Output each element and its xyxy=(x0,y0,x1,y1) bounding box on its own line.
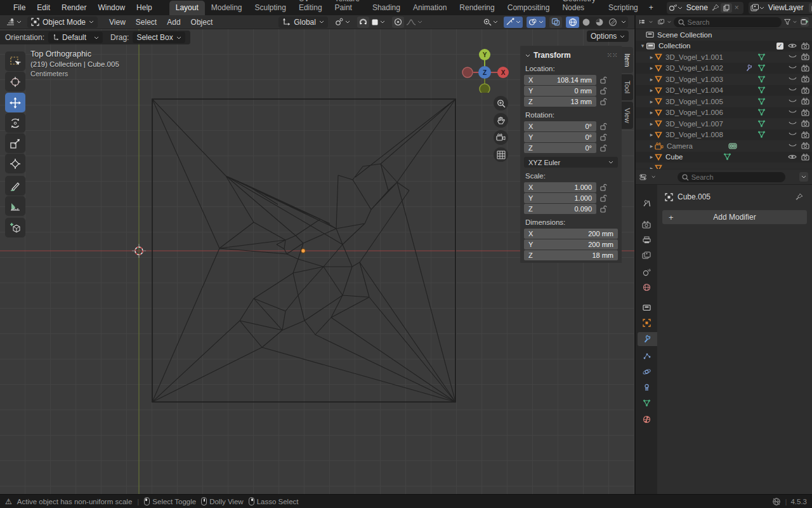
tab-view-layer[interactable] xyxy=(638,248,655,262)
render-visibility-icon[interactable] xyxy=(801,98,809,105)
gizmo-axis-y-negative[interactable] xyxy=(480,84,490,93)
lock-icon[interactable] xyxy=(600,184,607,191)
orientation-dropdown[interactable]: Default xyxy=(48,32,103,43)
show-overlays-toggle[interactable] xyxy=(527,17,546,28)
menu-help[interactable]: Help xyxy=(131,0,158,15)
zoom-button[interactable] xyxy=(494,96,508,110)
tab-material[interactable] xyxy=(638,412,655,426)
outliner-row-object[interactable]: ▸ 3D_Vogel_v1.003 xyxy=(636,74,812,85)
eye-open-icon[interactable] xyxy=(788,154,797,160)
tab-constraints[interactable] xyxy=(638,380,655,394)
outliner-row-object[interactable]: ▸ 3D_Vogel_v1.007 xyxy=(636,118,812,130)
eye-closed-icon[interactable] xyxy=(789,110,797,115)
rotation-z-field[interactable]: Z0° xyxy=(524,143,596,153)
scale-y-field[interactable]: Y1.000 xyxy=(524,193,596,203)
tab-sculpting[interactable]: Sculpting xyxy=(249,1,292,15)
gizmo-axis-x-negative[interactable] xyxy=(462,67,473,77)
properties-search-input[interactable] xyxy=(678,172,785,182)
shading-rendered-button[interactable] xyxy=(606,17,619,28)
viewlayer-selector[interactable]: ViewLayer × xyxy=(749,2,812,14)
dimensions-y-field[interactable]: Y200 mm xyxy=(524,239,618,250)
tab-geometry-nodes[interactable]: Geometry Nodes xyxy=(556,0,602,15)
camera-view-button[interactable] xyxy=(494,130,508,145)
drag-dropdown[interactable]: Select Box xyxy=(133,32,185,43)
eye-closed-icon[interactable] xyxy=(789,65,797,70)
unlink-scene-button[interactable]: × xyxy=(732,3,742,12)
lock-icon[interactable] xyxy=(600,76,607,84)
tab-modeling[interactable]: Modeling xyxy=(205,1,249,15)
transform-orientation-selector[interactable]: Global xyxy=(278,17,328,28)
eye-closed-icon[interactable] xyxy=(789,132,797,137)
tab-object[interactable] xyxy=(638,316,655,330)
tool-annotate[interactable] xyxy=(5,176,25,196)
tab-uv-editing[interactable]: UV Editing xyxy=(292,0,329,15)
snap-settings-button[interactable] xyxy=(369,17,387,28)
eye-closed-icon[interactable] xyxy=(789,88,797,93)
tab-item[interactable]: Item xyxy=(622,47,633,73)
expand-icon[interactable]: ▸ xyxy=(648,76,655,83)
outliner-row-object[interactable]: ▸ 3D_Vogel_v1.001 xyxy=(636,51,812,63)
lock-icon[interactable] xyxy=(600,144,607,152)
tool-select-box[interactable] xyxy=(5,51,25,71)
perspective-toggle-button[interactable] xyxy=(494,147,508,162)
expand-icon[interactable]: ▸ xyxy=(648,109,655,116)
eye-closed-icon[interactable] xyxy=(789,144,797,149)
tab-particles[interactable] xyxy=(638,349,655,363)
mode-selector[interactable]: Object Mode xyxy=(27,17,98,28)
tab-view[interactable]: View xyxy=(622,102,633,130)
tool-move[interactable] xyxy=(5,93,25,112)
outliner-row-collection[interactable]: ▾ Collection ✓ xyxy=(636,41,812,52)
outliner-row-object[interactable]: ▸ 3D_Vogel_v1.006 xyxy=(636,107,812,119)
render-visibility-icon[interactable] xyxy=(801,43,809,50)
location-z-field[interactable]: Z13 mm xyxy=(524,97,596,107)
eye-closed-icon[interactable] xyxy=(789,99,797,104)
menu-file[interactable]: File xyxy=(8,0,31,15)
expand-icon[interactable]: ▸ xyxy=(648,121,655,127)
outliner-row-scene-collection[interactable]: Scene Collection xyxy=(636,29,812,41)
show-gizmo-toggle[interactable] xyxy=(504,17,523,28)
tool-measure[interactable] xyxy=(5,196,25,216)
tab-rendering[interactable]: Rendering xyxy=(453,1,501,15)
render-visibility-icon[interactable] xyxy=(801,120,809,127)
properties-options-button[interactable] xyxy=(799,172,808,182)
object-type-visibility-button[interactable] xyxy=(481,17,500,28)
expand-icon[interactable]: ▸ xyxy=(648,154,655,160)
menu-render[interactable]: Render xyxy=(56,0,92,15)
new-viewlayer-button[interactable] xyxy=(809,3,812,13)
lock-icon[interactable] xyxy=(600,194,607,202)
pan-button[interactable] xyxy=(494,113,508,128)
snap-toggle[interactable] xyxy=(357,17,369,28)
menu-object[interactable]: Object xyxy=(186,18,218,27)
tool-add-cube[interactable] xyxy=(5,218,25,237)
menu-add[interactable]: Add xyxy=(162,18,185,27)
menu-window[interactable]: Window xyxy=(92,0,131,15)
outliner-search[interactable] xyxy=(674,17,782,27)
tab-output[interactable] xyxy=(638,233,655,247)
panel-grip-icon[interactable]: ⁙⁙ xyxy=(607,52,618,58)
scale-z-field[interactable]: Z0.090 xyxy=(524,204,596,214)
lock-icon[interactable] xyxy=(600,123,607,130)
proportional-editing-toggle[interactable] xyxy=(392,17,404,28)
tab-tool[interactable] xyxy=(638,196,655,210)
outliner-filter-mode-icon[interactable] xyxy=(658,18,665,26)
render-visibility-icon[interactable] xyxy=(801,109,809,116)
add-workspace-button[interactable]: + xyxy=(645,1,658,15)
render-visibility-icon[interactable] xyxy=(801,65,809,72)
rotation-mode-dropdown[interactable]: XYZ Euler xyxy=(524,157,618,168)
new-collection-button[interactable] xyxy=(801,17,809,27)
pivot-point-button[interactable] xyxy=(333,17,352,28)
outliner-row-object[interactable]: ▸ 3D_Vogel_v1.008 xyxy=(636,130,812,141)
expand-icon[interactable]: ▸ xyxy=(648,143,655,149)
render-visibility-icon[interactable] xyxy=(801,76,809,83)
render-visibility-icon[interactable] xyxy=(801,142,809,149)
expand-icon[interactable]: ▸ xyxy=(648,131,655,138)
tab-object-data[interactable] xyxy=(638,396,655,410)
shading-solid-button[interactable] xyxy=(579,17,593,28)
dimensions-x-field[interactable]: X200 mm xyxy=(524,229,618,239)
navigation-gizmo[interactable]: Y X Z xyxy=(461,43,510,93)
expand-icon[interactable]: ▾ xyxy=(639,43,646,49)
rotation-x-field[interactable]: X0° xyxy=(524,121,596,131)
tab-scene[interactable] xyxy=(638,265,655,279)
options-dropdown[interactable]: Options xyxy=(587,30,629,42)
render-visibility-icon[interactable] xyxy=(801,131,809,138)
